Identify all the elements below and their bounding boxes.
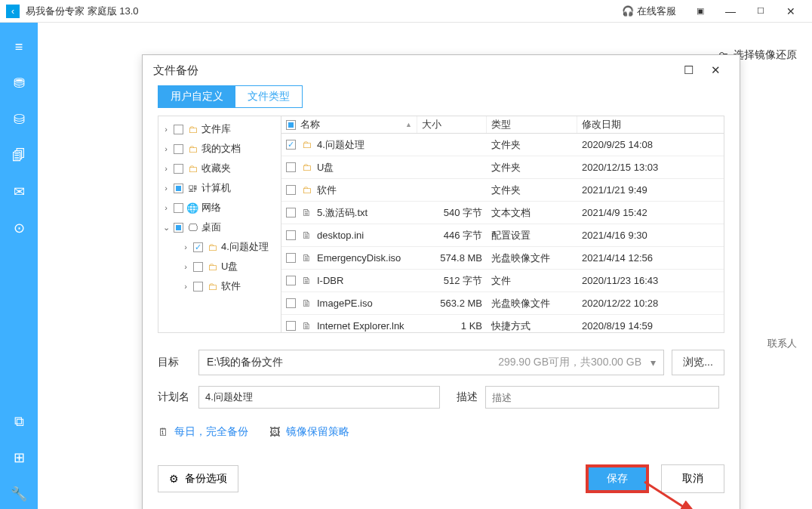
- row-checkbox[interactable]: [286, 140, 296, 150]
- target-available: 299.90 GB可用，共300.00 GB: [498, 356, 641, 369]
- expand-icon[interactable]: ›: [161, 164, 171, 173]
- close-icon[interactable]: ✕: [776, 0, 806, 23]
- file-table: 名称 ▲ 大小 类型 修改日期 🗀4.问题处理文件夹2020/9/25 14:0…: [281, 116, 724, 332]
- table-row[interactable]: 🗀软件文件夹2021/1/21 9:49: [281, 179, 724, 202]
- tree-checkbox[interactable]: [193, 282, 203, 292]
- table-row[interactable]: 🗎5.激活码.txt540 字节文本文档2021/4/9 15:42: [281, 202, 724, 224]
- expand-icon[interactable]: ›: [181, 262, 190, 271]
- tree-label: 软件: [221, 279, 281, 293]
- pin-icon[interactable]: ▣: [685, 0, 715, 23]
- tree-label: 收藏夹: [201, 162, 281, 175]
- menu-icon[interactable]: ≡: [0, 32, 38, 62]
- table-row[interactable]: 🗎I-DBR512 字节文件2020/11/23 16:43: [281, 270, 724, 292]
- browse-button[interactable]: 浏览...: [672, 350, 724, 375]
- file-date: 2020/12/15 13:03: [577, 162, 724, 173]
- file-type: 文本文档: [487, 206, 577, 220]
- maximize-icon[interactable]: ☐: [746, 0, 776, 23]
- tab-custom[interactable]: 用户自定义: [158, 86, 235, 107]
- dialog-maximize-icon[interactable]: ☐: [675, 57, 702, 84]
- expand-icon[interactable]: ⌄: [161, 223, 171, 233]
- file-icon: 🗎: [300, 275, 312, 286]
- tree-checkbox[interactable]: [174, 203, 183, 213]
- expand-icon[interactable]: ›: [161, 144, 171, 153]
- smart-backup-icon[interactable]: ⊙: [0, 213, 38, 243]
- table-row[interactable]: 🗎desktop.ini446 字节配置设置2021/4/16 9:30: [281, 224, 724, 247]
- tree-checkbox[interactable]: [193, 262, 203, 272]
- tree-checkbox[interactable]: [174, 223, 183, 233]
- online-support[interactable]: 🎧 在线客服: [622, 5, 676, 18]
- row-checkbox[interactable]: [286, 185, 296, 195]
- tree-item[interactable]: ›🌐网络: [158, 198, 281, 217]
- desktop-icon: 🖵: [186, 222, 198, 233]
- file-backup-icon[interactable]: 🗐: [0, 140, 38, 171]
- row-checkbox[interactable]: [286, 253, 296, 263]
- row-checkbox[interactable]: [286, 162, 296, 172]
- tree-checkbox[interactable]: [174, 184, 183, 193]
- app-logo-icon: ‹: [6, 5, 20, 18]
- expand-icon[interactable]: ›: [181, 242, 190, 251]
- row-checkbox[interactable]: [286, 321, 296, 331]
- table-row[interactable]: 🗀4.问题处理文件夹2020/9/25 14:08: [281, 134, 724, 156]
- settings-icon[interactable]: 🔧: [0, 479, 38, 509]
- tree-checkbox[interactable]: [174, 125, 183, 134]
- table-row[interactable]: 🗎Internet Explorer.lnk1 KB快捷方式2020/8/19 …: [281, 315, 724, 332]
- tab-filetype[interactable]: 文件类型: [235, 86, 302, 107]
- file-date: 2021/4/14 12:56: [577, 252, 724, 264]
- tree-checkbox[interactable]: [174, 144, 183, 154]
- row-checkbox[interactable]: [286, 230, 296, 240]
- disk-backup-icon[interactable]: ⛃: [0, 68, 38, 98]
- tree-item[interactable]: ›🗀收藏夹: [158, 159, 281, 178]
- table-row[interactable]: 🗀U盘文件夹2020/12/15 13:03: [281, 156, 724, 179]
- dialog-title: 文件备份: [153, 63, 198, 78]
- folder-tree[interactable]: ›🗀文件库›🗀我的文档›🗀收藏夹›🖳计算机›🌐网络⌄🖵桌面›🗀4.问题处理›🗀U…: [158, 116, 281, 332]
- chevron-down-icon[interactable]: ▾: [651, 356, 656, 369]
- tree-item[interactable]: ›🗀文件库: [158, 119, 281, 139]
- tree-item[interactable]: ›🗀我的文档: [158, 139, 281, 159]
- tree-item[interactable]: ›🗀4.问题处理: [158, 237, 281, 257]
- file-type: 文件夹: [487, 184, 577, 197]
- expand-icon[interactable]: ›: [161, 184, 171, 193]
- network-icon: 🌐: [186, 202, 198, 214]
- select-all-checkbox[interactable]: [286, 120, 296, 130]
- tree-item[interactable]: ⌄🖵桌面: [158, 217, 281, 237]
- plan-name-input[interactable]: [198, 386, 440, 409]
- target-label: 目标: [158, 356, 198, 369]
- table-row[interactable]: 🗎EmergencyDisk.iso574.8 MB光盘映像文件2021/4/1…: [281, 247, 724, 270]
- minimize-icon[interactable]: ―: [715, 0, 746, 23]
- clone-icon[interactable]: ⧉: [0, 406, 38, 437]
- table-row[interactable]: 🗎ImagePE.iso563.2 MB光盘映像文件2020/12/22 10:…: [281, 292, 724, 315]
- system-backup-icon[interactable]: ⛁: [0, 104, 38, 134]
- dialog-close-icon[interactable]: ✕: [702, 57, 729, 84]
- plan-name-label: 计划名: [158, 390, 198, 404]
- tools-icon[interactable]: ⊞: [0, 443, 38, 473]
- row-checkbox[interactable]: [286, 276, 296, 285]
- file-name: I-DBR: [317, 275, 343, 286]
- target-path-box[interactable]: E:\我的备份文件 299.90 GB可用，共300.00 GB ▾: [198, 350, 664, 375]
- save-button[interactable]: 保存: [586, 464, 649, 493]
- cancel-button[interactable]: 取消: [661, 464, 724, 493]
- row-checkbox[interactable]: [286, 208, 296, 217]
- file-type: 文件: [487, 274, 577, 288]
- file-type: 文件夹: [487, 138, 577, 152]
- tree-item[interactable]: ›🖳计算机: [158, 178, 281, 198]
- tree-item[interactable]: ›🗀软件: [158, 276, 281, 296]
- schedule-link[interactable]: 🗓 每日，完全备份: [158, 425, 248, 439]
- expand-icon[interactable]: ›: [161, 203, 171, 212]
- desc-input[interactable]: [485, 386, 719, 409]
- file-type: 快捷方式: [487, 319, 577, 332]
- expand-icon[interactable]: ›: [161, 125, 171, 134]
- sort-asc-icon: ▲: [405, 121, 412, 128]
- file-size: 574.8 MB: [417, 252, 487, 264]
- expand-icon[interactable]: ›: [181, 282, 190, 291]
- file-date: 2021/1/21 9:49: [577, 184, 724, 196]
- file-icon: 🗎: [300, 230, 312, 241]
- tree-item[interactable]: ›🗀U盘: [158, 257, 281, 276]
- mail-backup-icon[interactable]: ✉: [0, 177, 38, 207]
- tree-label: 文件库: [201, 122, 281, 136]
- row-checkbox[interactable]: [286, 298, 296, 308]
- backup-options-button[interactable]: ⚙ 备份选项: [158, 465, 238, 492]
- tree-checkbox[interactable]: [174, 164, 183, 174]
- tree-checkbox[interactable]: [193, 242, 203, 252]
- target-path: E:\我的备份文件: [207, 356, 498, 369]
- retention-link[interactable]: 🖼 镜像保留策略: [269, 425, 349, 439]
